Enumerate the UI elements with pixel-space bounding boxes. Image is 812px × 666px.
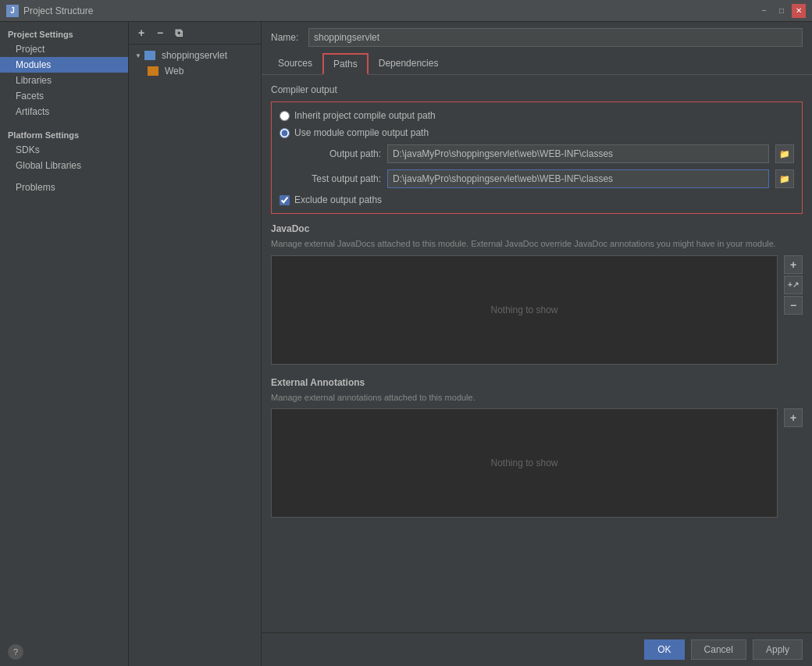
compiler-output-box: Inherit project compile output path Use …	[271, 102, 803, 214]
javadoc-nothing-to-show: Nothing to show	[490, 305, 557, 315]
compiler-output-label: Compiler output	[271, 84, 803, 95]
tab-paths[interactable]: Paths	[322, 53, 369, 75]
ext-annotations-nothing-to-show: Nothing to show	[490, 458, 557, 468]
sidebar-item-project[interactable]: Project	[0, 41, 128, 57]
app-icon: J	[6, 5, 19, 17]
tree-content: ▼ shoppingservlet Web	[129, 45, 261, 666]
external-annotations-description: Manage external annotations attached to …	[271, 391, 803, 404]
inherit-radio[interactable]	[280, 111, 290, 121]
javadoc-list: Nothing to show	[271, 255, 778, 365]
external-annotations-section: External Annotations Manage external ann…	[271, 377, 803, 518]
platform-settings-header: Platform Settings	[0, 126, 128, 142]
restore-button[interactable]: □	[775, 4, 789, 18]
tree-item-web[interactable]: Web	[129, 63, 261, 79]
javadoc-list-area: Nothing to show + +↗ −	[271, 255, 803, 365]
tree-item-shoppingservlet[interactable]: ▼ shoppingservlet	[129, 48, 261, 63]
chevron-down-icon: ▼	[135, 52, 141, 59]
name-row: Name:	[262, 22, 812, 53]
test-output-path-browse-button[interactable]: 📁	[775, 169, 794, 188]
use-module-radio-row: Use module compile output path	[280, 127, 794, 138]
external-annotations-header: External Annotations	[271, 377, 803, 388]
web-icon	[148, 66, 158, 76]
javadoc-add-url-button[interactable]: +↗	[784, 276, 803, 294]
ext-annotations-list-area: Nothing to show +	[271, 408, 803, 518]
sidebar-item-global-libraries[interactable]: Global Libraries	[0, 158, 128, 173]
inherit-radio-label: Inherit project compile output path	[294, 110, 436, 121]
content-panel: Name: Sources Paths Dependencies Compile…	[262, 22, 812, 666]
tree-remove-button[interactable]: −	[152, 25, 168, 41]
title-bar: J Project Structure − □ ✕	[0, 0, 812, 22]
tab-dependencies[interactable]: Dependencies	[369, 53, 449, 75]
main-layout: Project Settings Project Modules Librari…	[0, 22, 812, 666]
name-input[interactable]	[308, 28, 803, 47]
ext-annotations-list: Nothing to show	[271, 408, 778, 518]
javadoc-section: JavaDoc Manage external JavaDocs attache…	[271, 223, 803, 365]
cancel-button[interactable]: Cancel	[691, 639, 746, 660]
output-path-label: Output path:	[295, 148, 381, 159]
sidebar: Project Settings Project Modules Librari…	[0, 22, 129, 666]
tab-sources[interactable]: Sources	[268, 53, 322, 75]
ext-annotations-add-button[interactable]: +	[784, 408, 803, 427]
exclude-checkbox-row: Exclude output paths	[280, 194, 794, 205]
sidebar-item-modules[interactable]: Modules	[0, 57, 128, 73]
project-settings-header: Project Settings	[0, 25, 128, 41]
dialog-footer: OK Cancel Apply	[262, 632, 812, 666]
test-output-path-input[interactable]	[387, 169, 769, 188]
tree-copy-button[interactable]: ⧉	[171, 25, 187, 41]
javadoc-description: Manage external JavaDocs attached to thi…	[271, 237, 803, 251]
minimize-button[interactable]: −	[757, 4, 771, 18]
tab-content: Compiler output Inherit project compile …	[262, 75, 812, 632]
javadoc-remove-button[interactable]: −	[784, 296, 803, 315]
sidebar-item-sdks[interactable]: SDKs	[0, 142, 128, 158]
module-icon	[144, 51, 155, 60]
exclude-checkbox-label: Exclude output paths	[294, 194, 382, 205]
tabs-row: Sources Paths Dependencies	[262, 53, 812, 75]
use-module-radio[interactable]	[280, 128, 290, 138]
title-bar-controls: − □ ✕	[757, 4, 806, 18]
tree-toolbar: + − ⧉	[129, 22, 261, 45]
help-button[interactable]: ?	[8, 644, 23, 660]
javadoc-header: JavaDoc	[271, 223, 803, 234]
test-output-path-row: Test output path: 📁	[295, 169, 794, 188]
sidebar-item-artifacts[interactable]: Artifacts	[0, 104, 128, 119]
sidebar-item-facets[interactable]: Facets	[0, 88, 128, 104]
apply-button[interactable]: Apply	[753, 639, 803, 660]
output-path-row: Output path: 📁	[295, 144, 794, 163]
tree-add-button[interactable]: +	[134, 25, 149, 41]
sidebar-item-problems[interactable]: Problems	[0, 180, 128, 195]
use-module-radio-label: Use module compile output path	[294, 127, 429, 138]
ok-button[interactable]: OK	[644, 639, 684, 660]
close-button[interactable]: ✕	[792, 4, 806, 18]
exclude-checkbox[interactable]	[280, 195, 290, 205]
output-path-input[interactable]	[387, 144, 769, 163]
inherit-radio-row: Inherit project compile output path	[280, 110, 794, 121]
sidebar-bottom: ?	[0, 638, 128, 666]
test-output-path-label: Test output path:	[295, 173, 381, 184]
tree-panel: + − ⧉ ▼ shoppingservlet Web	[129, 22, 262, 666]
output-path-browse-button[interactable]: 📁	[775, 144, 794, 163]
name-label: Name:	[271, 32, 302, 43]
javadoc-add-button[interactable]: +	[784, 255, 803, 274]
sidebar-item-libraries[interactable]: Libraries	[0, 73, 128, 88]
javadoc-toolbar: + +↗ −	[784, 255, 803, 365]
title-bar-text: Project Structure	[23, 5, 757, 16]
ext-annotations-toolbar: +	[784, 408, 803, 518]
